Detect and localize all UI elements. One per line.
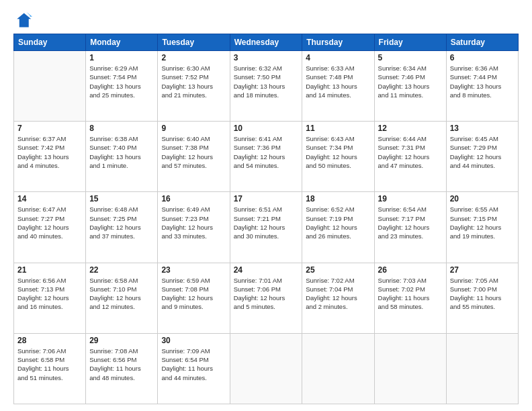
header (13, 11, 519, 30)
day-info: Sunrise: 6:45 AM Sunset: 7:29 PM Dayligh… (450, 134, 515, 170)
day-info: Sunrise: 6:33 AM Sunset: 7:48 PM Dayligh… (306, 64, 370, 99)
day-number: 22 (89, 265, 154, 275)
day-info: Sunrise: 6:29 AM Sunset: 7:54 PM Dayligh… (89, 64, 154, 99)
calendar-week-2: 14Sunrise: 6:47 AM Sunset: 7:27 PM Dayli… (14, 192, 519, 263)
calendar-cell: 11Sunrise: 6:43 AM Sunset: 7:34 PM Dayli… (302, 122, 374, 192)
day-info: Sunrise: 6:58 AM Sunset: 7:10 PM Dayligh… (89, 276, 154, 312)
calendar-table: SundayMondayTuesdayWednesdayThursdayFrid… (13, 34, 519, 404)
day-number: 1 (89, 53, 154, 62)
day-info: Sunrise: 7:08 AM Sunset: 6:56 PM Dayligh… (89, 347, 154, 382)
calendar-cell: 27Sunrise: 7:05 AM Sunset: 7:00 PM Dayli… (446, 263, 518, 333)
day-number: 19 (378, 194, 443, 203)
day-number: 13 (450, 124, 515, 133)
day-header-wednesday: Wednesday (230, 34, 302, 51)
calendar-cell: 20Sunrise: 6:55 AM Sunset: 7:15 PM Dayli… (446, 192, 518, 263)
day-info: Sunrise: 7:03 AM Sunset: 7:02 PM Dayligh… (378, 276, 443, 312)
day-info: Sunrise: 6:40 AM Sunset: 7:38 PM Dayligh… (161, 134, 226, 170)
day-info: Sunrise: 6:44 AM Sunset: 7:31 PM Dayligh… (378, 134, 443, 170)
calendar-cell: 26Sunrise: 7:03 AM Sunset: 7:02 PM Dayli… (374, 263, 446, 333)
day-number: 3 (234, 53, 299, 62)
day-number: 29 (89, 336, 154, 345)
calendar-cell: 21Sunrise: 6:56 AM Sunset: 7:13 PM Dayli… (14, 263, 86, 333)
day-number: 21 (17, 265, 82, 275)
day-info: Sunrise: 6:34 AM Sunset: 7:46 PM Dayligh… (378, 64, 443, 99)
day-info: Sunrise: 6:30 AM Sunset: 7:52 PM Dayligh… (161, 64, 226, 99)
day-header-tuesday: Tuesday (158, 34, 230, 51)
day-number: 25 (306, 265, 370, 275)
day-number: 20 (450, 194, 515, 203)
calendar-week-0: 1Sunrise: 6:29 AM Sunset: 7:54 PM Daylig… (14, 51, 519, 122)
day-info: Sunrise: 7:01 AM Sunset: 7:06 PM Dayligh… (234, 276, 299, 312)
day-header-sunday: Sunday (14, 34, 86, 51)
day-number: 15 (89, 194, 154, 203)
day-number: 10 (234, 124, 299, 133)
day-info: Sunrise: 6:38 AM Sunset: 7:40 PM Dayligh… (89, 134, 154, 170)
calendar-cell: 5Sunrise: 6:34 AM Sunset: 7:46 PM Daylig… (374, 51, 446, 122)
day-number: 12 (378, 124, 443, 133)
day-info: Sunrise: 7:05 AM Sunset: 7:00 PM Dayligh… (450, 276, 515, 312)
calendar-cell: 18Sunrise: 6:52 AM Sunset: 7:19 PM Dayli… (302, 192, 374, 263)
calendar-cell: 15Sunrise: 6:48 AM Sunset: 7:25 PM Dayli… (86, 192, 158, 263)
calendar-cell: 17Sunrise: 6:51 AM Sunset: 7:21 PM Dayli… (230, 192, 302, 263)
calendar-week-1: 7Sunrise: 6:37 AM Sunset: 7:42 PM Daylig… (14, 122, 519, 192)
day-number: 5 (378, 53, 443, 62)
day-number: 28 (17, 336, 82, 345)
calendar-cell (374, 333, 446, 404)
day-info: Sunrise: 7:02 AM Sunset: 7:04 PM Dayligh… (306, 276, 370, 312)
calendar-cell: 28Sunrise: 7:06 AM Sunset: 6:58 PM Dayli… (14, 333, 86, 404)
calendar-cell (302, 333, 374, 404)
day-number: 26 (378, 265, 443, 275)
calendar-cell: 24Sunrise: 7:01 AM Sunset: 7:06 PM Dayli… (230, 263, 302, 333)
day-info: Sunrise: 6:59 AM Sunset: 7:08 PM Dayligh… (161, 276, 226, 312)
day-number: 30 (161, 336, 226, 345)
calendar-cell (14, 51, 86, 122)
calendar-cell: 25Sunrise: 7:02 AM Sunset: 7:04 PM Dayli… (302, 263, 374, 333)
day-number: 14 (17, 194, 82, 203)
day-header-friday: Friday (374, 34, 446, 51)
day-info: Sunrise: 6:56 AM Sunset: 7:13 PM Dayligh… (17, 276, 82, 312)
calendar-header-row: SundayMondayTuesdayWednesdayThursdayFrid… (14, 34, 519, 51)
day-number: 2 (161, 53, 226, 62)
calendar-cell: 6Sunrise: 6:36 AM Sunset: 7:44 PM Daylig… (446, 51, 518, 122)
day-number: 8 (89, 124, 154, 133)
day-info: Sunrise: 6:49 AM Sunset: 7:23 PM Dayligh… (161, 205, 226, 240)
day-number: 18 (306, 194, 370, 203)
calendar-cell: 1Sunrise: 6:29 AM Sunset: 7:54 PM Daylig… (86, 51, 158, 122)
day-info: Sunrise: 6:47 AM Sunset: 7:27 PM Dayligh… (17, 205, 82, 240)
day-info: Sunrise: 7:06 AM Sunset: 6:58 PM Dayligh… (17, 347, 82, 382)
calendar-cell: 22Sunrise: 6:58 AM Sunset: 7:10 PM Dayli… (86, 263, 158, 333)
day-number: 17 (234, 194, 299, 203)
day-info: Sunrise: 6:52 AM Sunset: 7:19 PM Dayligh… (306, 205, 370, 240)
day-number: 16 (161, 194, 226, 203)
calendar-cell: 10Sunrise: 6:41 AM Sunset: 7:36 PM Dayli… (230, 122, 302, 192)
day-header-monday: Monday (86, 34, 158, 51)
logo-icon (13, 11, 32, 30)
calendar-week-3: 21Sunrise: 6:56 AM Sunset: 7:13 PM Dayli… (14, 263, 519, 333)
day-info: Sunrise: 6:36 AM Sunset: 7:44 PM Dayligh… (450, 64, 515, 99)
calendar-cell: 16Sunrise: 6:49 AM Sunset: 7:23 PM Dayli… (158, 192, 230, 263)
day-info: Sunrise: 6:51 AM Sunset: 7:21 PM Dayligh… (234, 205, 299, 240)
day-number: 9 (161, 124, 226, 133)
day-info: Sunrise: 6:32 AM Sunset: 7:50 PM Dayligh… (234, 64, 299, 99)
day-header-thursday: Thursday (302, 34, 374, 51)
day-number: 27 (450, 265, 515, 275)
logo (13, 11, 34, 30)
calendar-cell: 3Sunrise: 6:32 AM Sunset: 7:50 PM Daylig… (230, 51, 302, 122)
calendar-cell: 19Sunrise: 6:54 AM Sunset: 7:17 PM Dayli… (374, 192, 446, 263)
calendar-cell: 30Sunrise: 7:09 AM Sunset: 6:54 PM Dayli… (158, 333, 230, 404)
calendar-cell: 7Sunrise: 6:37 AM Sunset: 7:42 PM Daylig… (14, 122, 86, 192)
day-info: Sunrise: 6:43 AM Sunset: 7:34 PM Dayligh… (306, 134, 370, 170)
day-info: Sunrise: 6:41 AM Sunset: 7:36 PM Dayligh… (234, 134, 299, 170)
day-number: 6 (450, 53, 515, 62)
calendar-cell: 9Sunrise: 6:40 AM Sunset: 7:38 PM Daylig… (158, 122, 230, 192)
svg-marker-0 (17, 13, 31, 28)
day-info: Sunrise: 6:55 AM Sunset: 7:15 PM Dayligh… (450, 205, 515, 240)
day-number: 7 (17, 124, 82, 133)
day-info: Sunrise: 6:48 AM Sunset: 7:25 PM Dayligh… (89, 205, 154, 240)
day-number: 24 (234, 265, 299, 275)
calendar-cell: 8Sunrise: 6:38 AM Sunset: 7:40 PM Daylig… (86, 122, 158, 192)
calendar-cell: 4Sunrise: 6:33 AM Sunset: 7:48 PM Daylig… (302, 51, 374, 122)
calendar-cell: 2Sunrise: 6:30 AM Sunset: 7:52 PM Daylig… (158, 51, 230, 122)
day-info: Sunrise: 6:54 AM Sunset: 7:17 PM Dayligh… (378, 205, 443, 240)
calendar-week-4: 28Sunrise: 7:06 AM Sunset: 6:58 PM Dayli… (14, 333, 519, 404)
